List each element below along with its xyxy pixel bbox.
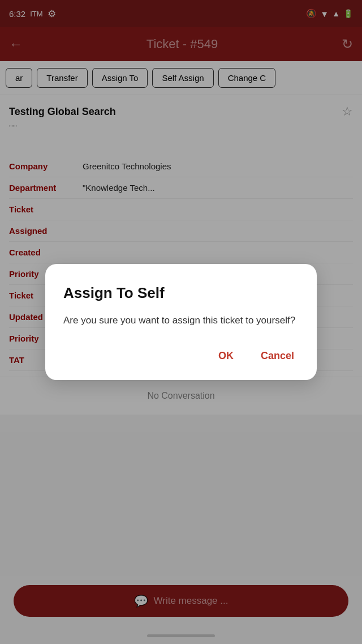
dialog-message: Are you sure you want to assign this tic… xyxy=(63,313,299,328)
cancel-button[interactable]: Cancel xyxy=(256,348,299,364)
dialog-actions: OK Cancel xyxy=(63,348,299,364)
assign-to-self-dialog: Assign To Self Are you sure you want to … xyxy=(45,264,317,381)
dialog-title: Assign To Self xyxy=(63,284,299,302)
ok-button[interactable]: OK xyxy=(214,348,238,364)
modal-overlay[interactable]: Assign To Self Are you sure you want to … xyxy=(0,0,362,644)
